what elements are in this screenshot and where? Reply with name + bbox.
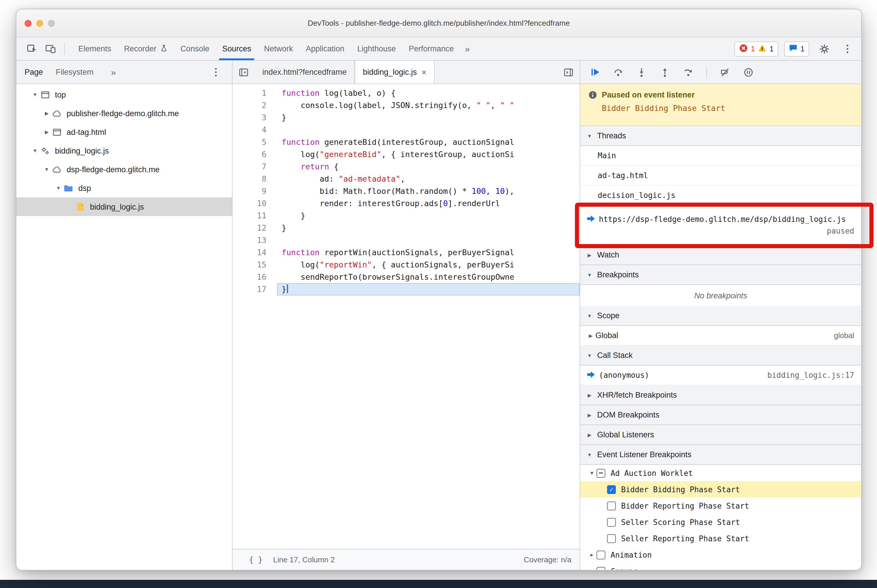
tab-recorder[interactable]: Recorder [118, 38, 174, 60]
tree-item-dsp[interactable]: ▼dsp [17, 178, 232, 197]
listener-animation[interactable]: ▶Animation [580, 546, 861, 563]
line-number-5[interactable]: 5 [233, 136, 266, 148]
more-navigator-tabs-icon[interactable]: » [106, 67, 121, 77]
section-header-dom-breakpoints[interactable]: ▶DOM Breakpoints [580, 405, 861, 425]
step-into-icon[interactable] [632, 63, 651, 81]
thread-item-main[interactable]: Main [580, 146, 861, 166]
code-line-5[interactable]: function generateBid(interestGroup, auct… [277, 136, 580, 148]
code-line-1[interactable]: function log(label, o) { [277, 87, 580, 99]
tree-item-dsp-fledge-demo-glitch-me[interactable]: ▼dsp-fledge-demo.glitch.me [17, 160, 232, 178]
thread-item-decision-logic-js[interactable]: decision_logic.js [580, 186, 861, 206]
code-line-15[interactable]: log("reportWin", { auctionSignals, perBu… [277, 259, 580, 271]
disclosure-expanded-icon[interactable]: ▼ [586, 452, 593, 458]
line-number-15[interactable]: 15 [233, 259, 266, 271]
line-number-12[interactable]: 12 [233, 222, 266, 234]
code-line-12[interactable]: } [277, 222, 580, 234]
listener-bidder-reporting-phase-start[interactable]: Bidder Reporting Phase Start [580, 498, 861, 514]
disclosure-expanded-icon[interactable]: ▼ [586, 352, 593, 358]
line-number-13[interactable]: 13 [233, 234, 266, 246]
disclosure-expanded-icon[interactable]: ▼ [30, 92, 40, 98]
tab-elements[interactable]: Elements [72, 38, 118, 60]
settings-gear-icon[interactable] [815, 39, 834, 58]
section-header-breakpoints[interactable]: ▼Breakpoints [580, 265, 861, 285]
minimize-window-button[interactable] [36, 20, 43, 27]
section-header-scope[interactable]: ▼Scope [580, 306, 861, 326]
listener-seller-reporting-phase-start[interactable]: Seller Reporting Phase Start [580, 530, 861, 546]
zoom-window-button[interactable] [48, 20, 55, 27]
line-number-4[interactable]: 4 [233, 124, 266, 136]
section-header-call-stack[interactable]: ▼Call Stack [580, 346, 861, 366]
tree-item-ad-tag-html[interactable]: ▶ad-tag.html [17, 123, 232, 141]
disclosure-collapsed-icon[interactable]: ▶ [586, 432, 593, 438]
line-number-1[interactable]: 1 [233, 87, 266, 99]
disclosure-collapsed-icon[interactable]: ▶ [587, 568, 597, 570]
frame-location[interactable]: bidding_logic.js:17 [767, 371, 854, 380]
tab-network[interactable]: Network [258, 38, 299, 60]
tree-item-publisher-fledge-demo-glitch-me[interactable]: ▶publisher-fledge-demo.glitch.me [17, 104, 232, 123]
checkbox-unchecked[interactable] [597, 550, 605, 559]
step-icon[interactable] [678, 63, 698, 81]
line-number-14[interactable]: 14 [233, 246, 266, 259]
line-number-2[interactable]: 2 [233, 99, 266, 111]
disclosure-expanded-icon[interactable]: ▼ [42, 166, 51, 172]
line-number-3[interactable]: 3 [233, 111, 266, 124]
disclosure-expanded-icon[interactable]: ▼ [586, 133, 593, 139]
main-menu-kebab-icon[interactable]: ⋮ [839, 43, 855, 55]
code-line-7[interactable]: return { [277, 160, 580, 173]
editor-tab-bidding-logic[interactable]: bidding_logic.js × [355, 61, 435, 84]
checkbox-indeterminate[interactable] [597, 469, 605, 477]
tab-console[interactable]: Console [174, 38, 216, 60]
disclosure-collapsed-icon[interactable]: ▶ [586, 333, 596, 338]
code-line-8[interactable]: ad: "ad-metadata", [277, 173, 580, 185]
disclosure-expanded-icon[interactable]: ▼ [30, 148, 40, 154]
step-over-icon[interactable] [608, 63, 628, 81]
section-header-xhr-fetch-breakpoints[interactable]: ▶XHR/fetch Breakpoints [580, 386, 861, 405]
section-header-global-listeners[interactable]: ▶Global Listeners [580, 425, 861, 445]
resume-icon[interactable] [585, 63, 605, 81]
inspect-element-icon[interactable] [22, 39, 41, 58]
checkbox-unchecked[interactable] [607, 518, 616, 526]
section-header-watch[interactable]: ▶Watch [580, 245, 861, 265]
disclosure-collapsed-icon[interactable]: ▶ [586, 412, 593, 418]
code-line-16[interactable]: sendReportTo(browserSignals.interestGrou… [277, 271, 580, 283]
thread-item-current[interactable]: https://dsp-fledge-demo.glitch.me/dsp/bi… [580, 206, 861, 245]
code-line-4[interactable] [277, 124, 580, 136]
tab-page[interactable]: Page [24, 68, 43, 76]
listener-canvas[interactable]: ▶Canvas [580, 563, 861, 570]
listener-ad-auction-worklet[interactable]: ▼Ad Auction Worklet [580, 465, 861, 481]
code-line-14[interactable]: function reportWin(auctionSignals, perBu… [277, 246, 580, 259]
navigator-menu-kebab-icon[interactable]: ⋮ [208, 66, 224, 78]
disclosure-collapsed-icon[interactable]: ▶ [42, 129, 51, 135]
thread-item-ad-tag-html[interactable]: ad-tag.html [580, 166, 861, 186]
checkbox-unchecked[interactable] [597, 567, 605, 570]
code-line-9[interactable]: bid: Math.floor(Math.random() * 100, 10)… [277, 185, 580, 197]
pretty-print-icon[interactable]: { } [249, 555, 263, 564]
disclosure-expanded-icon[interactable]: ▼ [587, 470, 597, 476]
disclosure-expanded-icon[interactable]: ▼ [586, 313, 593, 318]
close-window-button[interactable] [24, 20, 32, 27]
code-line-2[interactable]: console.log(label, JSON.stringify(o, " "… [277, 99, 580, 111]
code-editor[interactable]: 1234567891011121314151617 function log(l… [233, 84, 580, 549]
checkbox-checked[interactable]: ✓ [607, 485, 616, 494]
section-header-threads[interactable]: ▼Threads [580, 126, 861, 146]
line-number-6[interactable]: 6 [233, 148, 266, 160]
scope-item-global[interactable]: ▶Globalglobal [580, 326, 861, 346]
code-line-6[interactable]: log("generateBid", { interestGroup, auct… [277, 148, 580, 160]
line-number-17[interactable]: 17 [233, 283, 266, 296]
pause-on-exceptions-icon[interactable] [739, 63, 758, 81]
line-number-7[interactable]: 7 [233, 160, 266, 173]
step-out-icon[interactable] [655, 63, 675, 81]
tab-sources[interactable]: Sources [216, 38, 258, 60]
code-line-10[interactable]: render: interestGroup.ads[0].renderUrl [277, 197, 580, 210]
listener-bidder-bidding-phase-start[interactable]: ✓Bidder Bidding Phase Start [580, 481, 861, 498]
disclosure-expanded-icon[interactable]: ▼ [54, 185, 63, 191]
code-line-3[interactable]: } [277, 111, 580, 124]
checkbox-unchecked[interactable] [607, 501, 616, 510]
disclosure-expanded-icon[interactable]: ▼ [586, 272, 593, 278]
code-line-17[interactable]: } [277, 283, 580, 296]
navigator-toggle-icon[interactable] [233, 61, 255, 84]
debugger-toggle-icon[interactable] [557, 61, 580, 84]
more-tabs-icon[interactable]: » [460, 44, 475, 54]
tab-performance[interactable]: Performance [402, 38, 460, 60]
line-number-10[interactable]: 10 [233, 197, 266, 210]
